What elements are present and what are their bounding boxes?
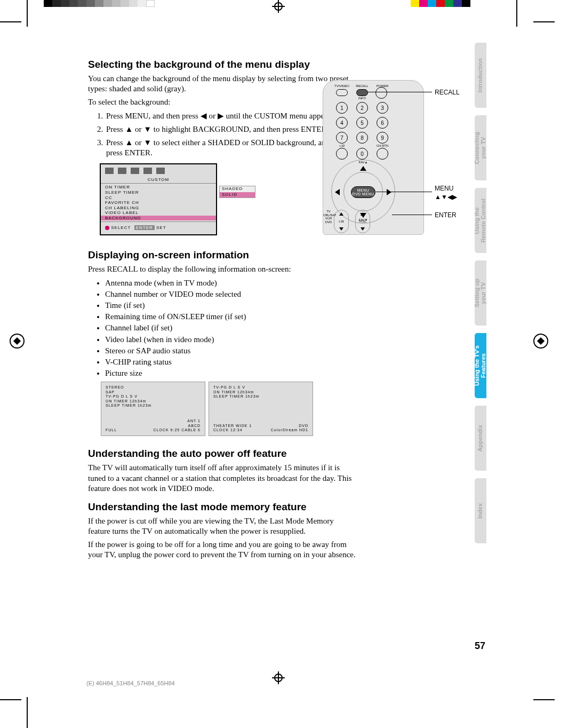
screen-text: FULL <box>106 428 117 432</box>
osd-footer: SELECT ENTER SET <box>101 222 216 231</box>
osd-row: ON TIMER <box>101 185 216 190</box>
vol-rocker: VOL <box>355 210 370 233</box>
osd-footer-set: SET <box>156 225 166 230</box>
menu-button: MENUDVD MENU <box>351 186 375 198</box>
color-bar <box>411 0 470 7</box>
tvvideo-button <box>336 89 348 96</box>
osd-rows: ON TIMER SLEEP TIMER CC FAVORITE CH CH L… <box>101 183 216 222</box>
callout-line <box>392 215 432 215</box>
tab-index: Index <box>475 478 486 543</box>
recall-button <box>356 89 368 96</box>
osd-row: FAVORITE CH <box>101 200 216 205</box>
triangle-right-icon <box>387 189 391 195</box>
body-text: If the power is going to be off for a lo… <box>88 540 357 560</box>
osd-title: CUSTOM <box>101 177 216 182</box>
osd-option: SHADED <box>220 186 255 192</box>
digit-2-button: 2 <box>356 102 368 114</box>
digit-4-button: 4 <box>336 117 348 129</box>
digit-0-button: 0 <box>356 148 368 160</box>
body-text: If the power is cut off while you are vi… <box>88 516 357 536</box>
osd-menu: CUSTOM ON TIMER SLEEP TIMER CC FAVORITE … <box>100 163 217 235</box>
remote-label: FAV▲ <box>356 161 370 164</box>
tab-remote: Using theRemote Control <box>475 188 486 253</box>
callout-recall: RECALL <box>435 89 460 96</box>
step: Press ▲ or ▼ to select either a SHADED o… <box>105 138 357 158</box>
screen-text: STEREOSAPTV-PG D L S VON TIMER 12h34mSLE… <box>106 385 151 408</box>
remote-body: TV/VIDEO RECALL POWER INFO 1 2 3 4 5 6 7… <box>323 80 424 235</box>
registration-mark-icon <box>533 334 548 349</box>
registration-mark <box>272 0 285 13</box>
step-list: Press MENU, and then press ◀ or ▶ until … <box>105 111 357 159</box>
body-text: The TV will automatically turn itself of… <box>88 463 357 494</box>
remote-figure: TV/VIDEO RECALL POWER INFO 1 2 3 4 5 6 7… <box>323 80 456 235</box>
osd-footer-enter: ENTER <box>134 225 155 230</box>
page-number: 57 <box>475 640 485 652</box>
crop-mark <box>0 699 21 700</box>
osd-row: CC <box>101 195 216 201</box>
callout-line <box>368 92 432 92</box>
digit-1-button: 1 <box>336 102 348 114</box>
heading-section1: Selecting the background of the menu dis… <box>88 59 357 70</box>
crop-mark <box>533 699 555 700</box>
bullet: Antenna mode (when in TV mode) <box>105 278 357 288</box>
power-button <box>375 87 387 99</box>
osd-row: CH LABELING <box>101 205 216 211</box>
digit-7-button: 7 <box>336 132 348 144</box>
status-screen-1: STEREOSAPTV-PG D L S VON TIMER 12h34mSLE… <box>101 382 205 436</box>
bullet-list: Antenna mode (when in TV mode) Channel n… <box>105 278 357 379</box>
tab-features: Using the TV'sFeatures <box>475 333 486 398</box>
tab-setup: Setting upyour TV <box>475 260 486 326</box>
osd-submenu: SHADED SOLID <box>219 186 255 198</box>
registration-mark <box>272 671 285 684</box>
screen-text: ANT 1ABCDCLOCK 9:25 CABLE 6 <box>154 419 201 432</box>
bullet: Picture size <box>105 368 357 378</box>
crop-mark <box>0 21 21 22</box>
triangle-left-icon <box>335 189 340 195</box>
crop-mark <box>533 21 555 22</box>
osd-tab-icons <box>101 168 216 176</box>
screen-text: THEATER WIDE 1CLOCK 12:34 <box>213 424 252 433</box>
screen-text: DVDColorStream HD1 <box>271 424 308 433</box>
digit-9-button: 9 <box>377 132 388 144</box>
tab-introduction: Introduction <box>475 43 486 108</box>
bullet: Time (if set) <box>105 300 357 311</box>
heading-section3: Understanding the auto power off feature <box>88 448 357 460</box>
remote-label: RECALL <box>354 84 370 88</box>
remote-label: CH RTN <box>375 144 389 147</box>
crop-mark <box>27 0 28 27</box>
bullet: Remaining time of ON/SLEEP timer (if set… <box>105 312 357 322</box>
osd-row-selected: BACKGROUND <box>101 216 216 221</box>
digit-8-button: 8 <box>356 132 368 144</box>
color-bar <box>44 0 155 7</box>
digit-3-button: 3 <box>377 102 388 114</box>
callout-arrows: ▲▼◀▶ <box>435 193 457 201</box>
side-tab-column: Introduction Connectingyour TV Using the… <box>475 43 512 551</box>
bullet: Video label (when in video mode) <box>105 335 357 345</box>
status-screens: STEREOSAPTV-PG D L S VON TIMER 12h34mSLE… <box>101 382 357 436</box>
digit-5-button: 5 <box>356 117 368 129</box>
step: Press ▲ or ▼ to highlight BACKGROUND, an… <box>105 124 357 134</box>
heading-section2: Displaying on-screen information <box>88 249 357 261</box>
osd-row: VIDEO LABEL <box>101 210 216 216</box>
crop-mark <box>516 0 517 27</box>
chrtn-button <box>377 148 388 160</box>
bullet: Channel label (if set) <box>105 323 357 333</box>
digit-6-button: 6 <box>377 117 388 129</box>
remote-label: +10 <box>336 144 348 147</box>
body-text: You can change the background of the men… <box>88 74 357 94</box>
crop-mark <box>27 697 28 728</box>
heading-section4: Understanding the last mode memory featu… <box>88 501 357 513</box>
callout-menu: MENU <box>435 185 453 192</box>
step: Press MENU, and then press ◀ or ▶ until … <box>105 111 357 121</box>
body-text: Press RECALL to display the following in… <box>88 264 357 274</box>
screen-text: TV-PG D L S VON TIMER 12h34mSLEEP TIMER … <box>213 385 259 399</box>
tab-appendix: Appendix <box>475 406 486 471</box>
tab-connecting: Connectingyour TV <box>475 115 486 180</box>
osd-row: SLEEP TIMER <box>101 190 216 195</box>
remote-label: INFO <box>354 97 370 100</box>
triangle-up-icon <box>360 166 366 171</box>
bullet: Stereo or SAP audio status <box>105 346 357 356</box>
vol-label: VOL <box>359 219 366 224</box>
bullet: V-CHIP rating status <box>105 357 357 367</box>
footer-code: (E) 46H84_51H84_57H84_65H84 <box>86 680 175 686</box>
